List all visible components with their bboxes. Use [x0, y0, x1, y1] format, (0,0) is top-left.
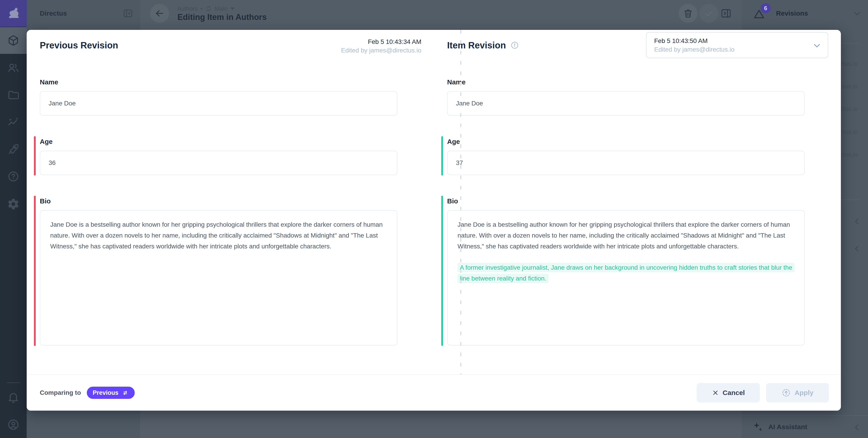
added-change-bar: [441, 136, 443, 176]
swap-icon: [122, 389, 129, 397]
age-input: 36: [40, 151, 397, 175]
field-bio-label: Bio: [40, 197, 397, 205]
sparkles-icon: [752, 421, 764, 434]
cube-icon: [7, 34, 20, 47]
field-bio-label: Bio: [447, 197, 805, 205]
previous-revision-edited-by: Edited by james@directus.io: [341, 46, 421, 55]
bio-textarea: Jane Doe is a bestselling author known f…: [447, 210, 805, 346]
chevron-left-icon[interactable]: [852, 244, 862, 253]
chevron-down-icon[interactable]: [852, 8, 862, 19]
ai-assistant-label: AI Assistant: [768, 423, 807, 431]
chevron-down-icon: [230, 7, 235, 10]
pane-divider: [460, 30, 461, 374]
users-icon: [7, 62, 20, 74]
apply-button-label: Apply: [795, 389, 813, 397]
name-input: Jane Doe: [40, 91, 397, 116]
module-bar-divider: [7, 382, 20, 383]
project-name: Directus: [40, 9, 67, 17]
field-age: Age 37: [447, 138, 805, 175]
page-title: Editing Item in Authors: [178, 12, 267, 22]
user-avatar-button[interactable]: [0, 411, 27, 438]
bell-icon: [7, 391, 20, 404]
revision-selector[interactable]: Feb 5 10:43:50 AM Edited by james@direct…: [646, 32, 828, 58]
breadcrumb-separator: •: [200, 5, 203, 12]
age-input: 37: [447, 151, 805, 175]
revisions-label: Revisions: [776, 0, 808, 27]
breadcrumb-version[interactable]: Main: [215, 5, 227, 12]
module-item-settings[interactable]: [0, 191, 27, 217]
info-icon[interactable]: [510, 41, 519, 50]
module-item-files[interactable]: [0, 82, 27, 108]
module-item-users[interactable]: [0, 55, 27, 81]
revision-selector-edited-by: Edited by james@directus.io: [654, 45, 812, 54]
field-bio: Bio Jane Doe is a bestselling author kno…: [447, 197, 805, 346]
rocket-icon: [7, 143, 20, 156]
modal-footer: Comparing to Previous Cancel Apply: [27, 374, 841, 411]
field-age-label: Age: [447, 138, 805, 146]
item-revision-fields: Name Jane Doe Age 37 Bio Jane Doe is a b…: [447, 78, 805, 346]
previous-revision-title: Previous Revision: [40, 40, 118, 51]
folder-icon: [7, 89, 20, 101]
notifications-button[interactable]: [0, 384, 27, 411]
item-revision-title: Item Revision: [447, 40, 506, 51]
previous-revision-header: Previous Revision Feb 5 10:43:34 AM Edit…: [40, 37, 421, 64]
ai-assistant-row[interactable]: AI Assistant: [742, 415, 868, 438]
previous-revision-meta: Feb 5 10:43:34 AM Edited by james@direct…: [341, 37, 421, 55]
bio-added-paragraph: A former investigative journalist, Jane …: [458, 262, 794, 284]
field-name: Name Jane Doe: [40, 78, 397, 116]
compare-target-label: Previous: [93, 389, 119, 397]
field-bio: Bio Jane Doe is a bestselling author kno…: [40, 197, 397, 346]
module-item-content[interactable]: [0, 27, 27, 54]
revisions-count-badge: 6: [761, 3, 771, 13]
cancel-button[interactable]: Cancel: [697, 383, 760, 403]
compare-target-chip[interactable]: Previous: [87, 387, 135, 399]
revision-selector-timestamp: Feb 5 10:43:50 AM: [654, 37, 812, 45]
field-age-label: Age: [40, 138, 397, 146]
module-bar: [0, 0, 27, 438]
name-input: Jane Doe: [447, 91, 805, 116]
chevron-down-icon: [812, 41, 822, 51]
field-name-label: Name: [447, 78, 805, 86]
revisions-header[interactable]: 6 Revisions: [742, 0, 868, 27]
breadcrumb[interactable]: Authors • Main: [178, 5, 235, 12]
rabbit-logo-icon: [6, 6, 21, 21]
previous-revision-pane: Previous Revision Feb 5 10:43:34 AM Edit…: [27, 30, 434, 374]
directus-logo[interactable]: [0, 0, 27, 27]
screen: Directus Authors • Main Editing Item in …: [0, 0, 868, 438]
breadcrumb-collection[interactable]: Authors: [178, 5, 198, 12]
item-revision-header: Item Revision Feb 5 10:43:50 AM Edited b…: [447, 37, 828, 64]
module-item-help[interactable]: [0, 163, 27, 190]
chevron-left-icon[interactable]: [852, 217, 862, 226]
chevron-left-icon[interactable]: [852, 422, 862, 432]
previous-revision-fields: Name Jane Doe Age 36 Bio Jane Doe is a b…: [40, 78, 397, 346]
added-text: A former investigative journalist, Jane …: [458, 263, 795, 283]
comparing-to-label: Comparing to: [40, 389, 81, 397]
check-icon: [704, 8, 714, 19]
version-sync-icon: [205, 5, 212, 12]
module-item-marketplace[interactable]: [0, 136, 27, 163]
item-revision-pane: Item Revision Feb 5 10:43:50 AM Edited b…: [434, 30, 841, 374]
avatar-icon: [7, 418, 20, 431]
back-button[interactable]: [150, 4, 169, 23]
apply-button[interactable]: Apply: [766, 383, 829, 403]
module-item-insights[interactable]: [0, 109, 27, 136]
field-age: Age 36: [40, 138, 397, 175]
publish-arrow-icon: [781, 388, 791, 398]
delete-item-button[interactable]: [679, 4, 698, 23]
added-change-bar: [441, 196, 443, 346]
arrow-left-icon: [154, 8, 165, 19]
previous-revision-timestamp: Feb 5 10:43:34 AM: [341, 37, 421, 46]
insights-icon: [7, 116, 20, 128]
save-item-button[interactable]: [700, 4, 718, 23]
bio-textarea: Jane Doe is a bestselling author known f…: [40, 210, 397, 346]
collapse-nav-icon[interactable]: [123, 8, 133, 19]
collapse-right-sidebar-icon[interactable]: [720, 7, 732, 19]
bio-paragraph: Jane Doe is a bestselling author known f…: [458, 219, 794, 252]
removed-change-bar: [34, 196, 36, 346]
help-icon: [7, 170, 20, 183]
top-bar: Authors • Main Editing Item in Authors: [140, 0, 742, 27]
close-icon: [712, 389, 719, 397]
removed-change-bar: [34, 136, 36, 176]
field-name: Name Jane Doe: [447, 78, 805, 116]
nav-header: Directus: [27, 0, 140, 27]
